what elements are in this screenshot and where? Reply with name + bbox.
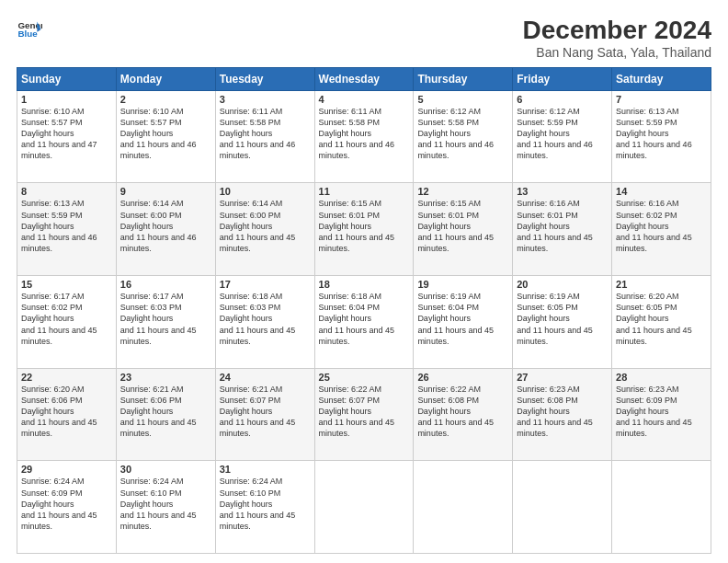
calendar-week-row: 15 Sunrise: 6:17 AM Sunset: 6:02 PM Dayl… xyxy=(17,276,711,369)
calendar-cell: 9 Sunrise: 6:14 AM Sunset: 6:00 PM Dayli… xyxy=(116,183,215,276)
calendar-cell: 31 Sunrise: 6:24 AM Sunset: 6:10 PM Dayl… xyxy=(215,461,314,554)
cell-info: Sunrise: 6:17 AM Sunset: 6:02 PM Dayligh… xyxy=(21,291,112,347)
page-title: December 2024 xyxy=(523,17,711,45)
calendar-day-header: Saturday xyxy=(612,67,711,90)
cell-info: Sunrise: 6:20 AM Sunset: 6:05 PM Dayligh… xyxy=(616,291,707,347)
day-number: 11 xyxy=(319,186,410,197)
day-number: 6 xyxy=(517,94,608,105)
day-number: 27 xyxy=(517,372,608,383)
calendar-header-row: SundayMondayTuesdayWednesdayThursdayFrid… xyxy=(17,67,711,90)
cell-info: Sunrise: 6:12 AM Sunset: 5:59 PM Dayligh… xyxy=(517,106,608,162)
cell-info: Sunrise: 6:23 AM Sunset: 6:08 PM Dayligh… xyxy=(517,384,608,440)
calendar-cell: 6 Sunrise: 6:12 AM Sunset: 5:59 PM Dayli… xyxy=(513,90,612,183)
calendar-cell: 5 Sunrise: 6:12 AM Sunset: 5:58 PM Dayli… xyxy=(414,90,513,183)
calendar-cell: 8 Sunrise: 6:13 AM Sunset: 5:59 PM Dayli… xyxy=(17,183,117,276)
title-block: December 2024 Ban Nang Sata, Yala, Thail… xyxy=(523,17,711,60)
cell-info: Sunrise: 6:20 AM Sunset: 6:06 PM Dayligh… xyxy=(21,384,112,440)
day-number: 12 xyxy=(417,186,508,197)
calendar-week-row: 8 Sunrise: 6:13 AM Sunset: 5:59 PM Dayli… xyxy=(17,183,711,276)
calendar-cell: 19 Sunrise: 6:19 AM Sunset: 6:04 PM Dayl… xyxy=(414,276,513,369)
day-number: 15 xyxy=(21,279,112,290)
cell-info: Sunrise: 6:11 AM Sunset: 5:58 PM Dayligh… xyxy=(319,106,410,162)
calendar-week-row: 22 Sunrise: 6:20 AM Sunset: 6:06 PM Dayl… xyxy=(17,368,711,461)
day-number: 10 xyxy=(220,186,311,197)
cell-info: Sunrise: 6:18 AM Sunset: 6:03 PM Dayligh… xyxy=(220,291,311,347)
calendar-cell: 11 Sunrise: 6:15 AM Sunset: 6:01 PM Dayl… xyxy=(314,183,414,276)
calendar-cell xyxy=(314,461,414,554)
day-number: 7 xyxy=(616,94,707,105)
cell-info: Sunrise: 6:14 AM Sunset: 6:00 PM Dayligh… xyxy=(220,198,311,254)
calendar-cell: 22 Sunrise: 6:20 AM Sunset: 6:06 PM Dayl… xyxy=(17,368,117,461)
day-number: 16 xyxy=(120,279,211,290)
calendar-cell: 17 Sunrise: 6:18 AM Sunset: 6:03 PM Dayl… xyxy=(215,276,314,369)
day-number: 5 xyxy=(417,94,508,105)
cell-info: Sunrise: 6:24 AM Sunset: 6:10 PM Dayligh… xyxy=(120,476,211,532)
calendar-week-row: 1 Sunrise: 6:10 AM Sunset: 5:57 PM Dayli… xyxy=(17,90,711,183)
calendar-cell: 21 Sunrise: 6:20 AM Sunset: 6:05 PM Dayl… xyxy=(612,276,711,369)
cell-info: Sunrise: 6:21 AM Sunset: 6:06 PM Dayligh… xyxy=(120,384,211,440)
cell-info: Sunrise: 6:21 AM Sunset: 6:07 PM Dayligh… xyxy=(220,384,311,440)
calendar-cell: 30 Sunrise: 6:24 AM Sunset: 6:10 PM Dayl… xyxy=(116,461,215,554)
calendar-cell xyxy=(414,461,513,554)
cell-info: Sunrise: 6:22 AM Sunset: 6:07 PM Dayligh… xyxy=(319,384,410,440)
calendar-cell: 12 Sunrise: 6:15 AM Sunset: 6:01 PM Dayl… xyxy=(414,183,513,276)
cell-info: Sunrise: 6:12 AM Sunset: 5:58 PM Dayligh… xyxy=(417,106,508,162)
calendar-cell: 28 Sunrise: 6:23 AM Sunset: 6:09 PM Dayl… xyxy=(612,368,711,461)
calendar-cell: 23 Sunrise: 6:21 AM Sunset: 6:06 PM Dayl… xyxy=(116,368,215,461)
calendar-cell: 7 Sunrise: 6:13 AM Sunset: 5:59 PM Dayli… xyxy=(612,90,711,183)
calendar-table: SundayMondayTuesdayWednesdayThursdayFrid… xyxy=(17,67,711,554)
calendar-cell: 15 Sunrise: 6:17 AM Sunset: 6:02 PM Dayl… xyxy=(17,276,117,369)
calendar-cell: 16 Sunrise: 6:17 AM Sunset: 6:03 PM Dayl… xyxy=(116,276,215,369)
cell-info: Sunrise: 6:13 AM Sunset: 5:59 PM Dayligh… xyxy=(21,198,112,254)
day-number: 25 xyxy=(319,372,410,383)
cell-info: Sunrise: 6:13 AM Sunset: 5:59 PM Dayligh… xyxy=(616,106,707,162)
day-number: 14 xyxy=(616,186,707,197)
day-number: 3 xyxy=(220,94,311,105)
day-number: 8 xyxy=(21,186,112,197)
day-number: 20 xyxy=(517,279,608,290)
logo-icon: General Blue xyxy=(17,17,42,42)
calendar-cell: 4 Sunrise: 6:11 AM Sunset: 5:58 PM Dayli… xyxy=(314,90,414,183)
calendar-cell: 13 Sunrise: 6:16 AM Sunset: 6:01 PM Dayl… xyxy=(513,183,612,276)
calendar-cell: 20 Sunrise: 6:19 AM Sunset: 6:05 PM Dayl… xyxy=(513,276,612,369)
calendar-cell xyxy=(513,461,612,554)
calendar-day-header: Monday xyxy=(116,67,215,90)
cell-info: Sunrise: 6:10 AM Sunset: 5:57 PM Dayligh… xyxy=(120,106,211,162)
day-number: 28 xyxy=(616,372,707,383)
day-number: 1 xyxy=(21,94,112,105)
day-number: 19 xyxy=(417,279,508,290)
calendar-week-row: 29 Sunrise: 6:24 AM Sunset: 6:09 PM Dayl… xyxy=(17,461,711,554)
calendar-cell: 3 Sunrise: 6:11 AM Sunset: 5:58 PM Dayli… xyxy=(215,90,314,183)
cell-info: Sunrise: 6:16 AM Sunset: 6:01 PM Dayligh… xyxy=(517,198,608,254)
day-number: 26 xyxy=(417,372,508,383)
day-number: 2 xyxy=(120,94,211,105)
calendar-cell: 18 Sunrise: 6:18 AM Sunset: 6:04 PM Dayl… xyxy=(314,276,414,369)
day-number: 13 xyxy=(517,186,608,197)
calendar-cell: 27 Sunrise: 6:23 AM Sunset: 6:08 PM Dayl… xyxy=(513,368,612,461)
calendar-cell: 2 Sunrise: 6:10 AM Sunset: 5:57 PM Dayli… xyxy=(116,90,215,183)
cell-info: Sunrise: 6:19 AM Sunset: 6:04 PM Dayligh… xyxy=(417,291,508,347)
calendar-cell: 26 Sunrise: 6:22 AM Sunset: 6:08 PM Dayl… xyxy=(414,368,513,461)
header: General Blue December 2024 Ban Nang Sata… xyxy=(17,17,711,60)
day-number: 4 xyxy=(319,94,410,105)
cell-info: Sunrise: 6:17 AM Sunset: 6:03 PM Dayligh… xyxy=(120,291,211,347)
calendar-day-header: Sunday xyxy=(17,67,117,90)
day-number: 21 xyxy=(616,279,707,290)
cell-info: Sunrise: 6:14 AM Sunset: 6:00 PM Dayligh… xyxy=(120,198,211,254)
cell-info: Sunrise: 6:10 AM Sunset: 5:57 PM Dayligh… xyxy=(21,106,112,162)
calendar-cell xyxy=(612,461,711,554)
calendar-day-header: Tuesday xyxy=(215,67,314,90)
day-number: 24 xyxy=(220,372,311,383)
cell-info: Sunrise: 6:22 AM Sunset: 6:08 PM Dayligh… xyxy=(417,384,508,440)
page-subtitle: Ban Nang Sata, Yala, Thailand xyxy=(523,45,711,60)
svg-text:Blue: Blue xyxy=(17,29,38,39)
calendar-cell: 29 Sunrise: 6:24 AM Sunset: 6:09 PM Dayl… xyxy=(17,461,117,554)
day-number: 17 xyxy=(220,279,311,290)
cell-info: Sunrise: 6:18 AM Sunset: 6:04 PM Dayligh… xyxy=(319,291,410,347)
cell-info: Sunrise: 6:11 AM Sunset: 5:58 PM Dayligh… xyxy=(220,106,311,162)
calendar-cell: 14 Sunrise: 6:16 AM Sunset: 6:02 PM Dayl… xyxy=(612,183,711,276)
calendar-cell: 10 Sunrise: 6:14 AM Sunset: 6:00 PM Dayl… xyxy=(215,183,314,276)
day-number: 9 xyxy=(120,186,211,197)
day-number: 22 xyxy=(21,372,112,383)
cell-info: Sunrise: 6:24 AM Sunset: 6:09 PM Dayligh… xyxy=(21,476,112,532)
